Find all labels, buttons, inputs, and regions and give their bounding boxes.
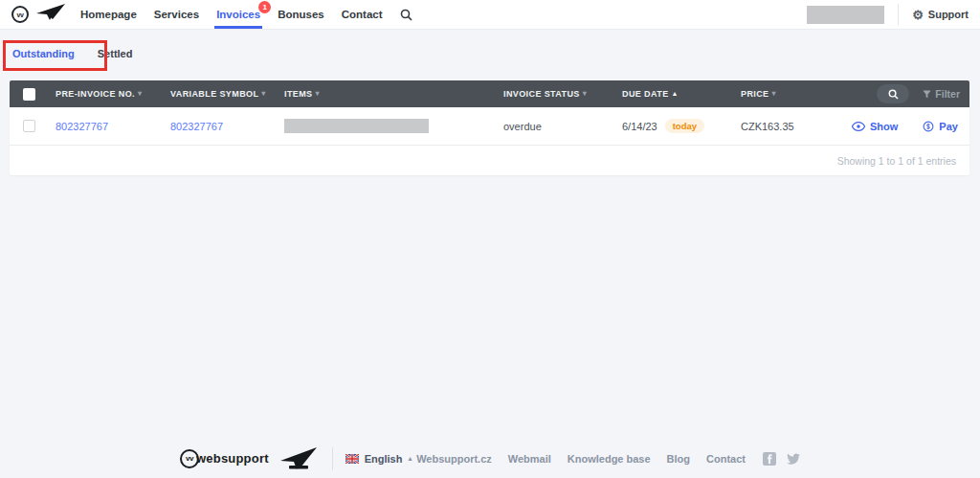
paper-plane-logo[interactable] (36, 4, 65, 25)
nav-item-services[interactable]: Services (152, 0, 201, 29)
filter-button[interactable]: Filter (923, 88, 960, 100)
table-header-row: Pre-invoice no.▾ Variable symbol▾ Items▾… (10, 80, 969, 107)
footer-link-blog[interactable]: Blog (667, 453, 690, 465)
footer-links: Websupport.cz Webmail Knowledge base Blo… (416, 453, 746, 465)
cell-invoice-status: overdue (496, 121, 614, 132)
twitter-icon[interactable] (786, 452, 800, 465)
active-nav-underline (214, 26, 262, 29)
cell-items (277, 119, 496, 133)
facebook-icon[interactable] (763, 452, 776, 466)
table-footer: Showing 1 to 1 of 1 entries (10, 146, 969, 175)
invoice-tabs-section: Outstanding Settled (0, 30, 980, 70)
header-actions-cell: Filter (844, 84, 969, 103)
header-checkbox-cell (10, 88, 48, 101)
row-actions-cell: Show Pay (844, 121, 980, 132)
column-header-invoice-status[interactable]: Invoice status▾ (496, 89, 614, 99)
gear-icon: ⚙ (912, 9, 924, 21)
select-all-checkbox[interactable] (23, 88, 35, 101)
sort-icon: ▾ (261, 89, 265, 98)
tab-outstanding[interactable]: Outstanding (12, 48, 75, 70)
footer-link-websupport-cz[interactable]: Websupport.cz (416, 453, 492, 465)
due-date-value: 6/14/23 (622, 121, 657, 132)
pay-button[interactable]: Pay (923, 121, 958, 132)
sort-icon: ▾ (583, 89, 587, 98)
nav-item-invoices[interactable]: Invoices 1 (214, 0, 262, 29)
column-header-due-date[interactable]: Due date▲ (614, 89, 733, 99)
top-navigation-bar: vv Homepage Services Invoices 1 Bonuses … (0, 0, 980, 30)
row-checkbox[interactable] (23, 120, 35, 132)
support-button[interactable]: ⚙ Support (912, 9, 969, 21)
cell-pre-invoice-no: 802327767 (48, 121, 163, 132)
footer-websupport-logo[interactable]: vv websupport (180, 449, 269, 468)
websupport-logo-text: websupport (196, 451, 269, 466)
cell-price: CZK163.35 (733, 121, 844, 132)
tab-settled[interactable]: Settled (98, 48, 133, 70)
sort-icon: ▾ (316, 89, 320, 98)
main-menu: Homepage Services Invoices 1 Bonuses Con… (78, 0, 385, 29)
items-redacted-box (284, 119, 429, 133)
invoices-count-badge: 1 (258, 1, 271, 13)
divider (898, 4, 899, 25)
sort-ascending-icon: ▲ (672, 90, 679, 97)
nav-item-homepage[interactable]: Homepage (78, 0, 139, 29)
websupport-circle-logo[interactable]: vv (11, 6, 29, 23)
sort-icon: ▾ (772, 89, 776, 98)
column-header-variable-symbol[interactable]: Variable symbol▾ (163, 89, 277, 99)
uk-flag-icon (345, 454, 359, 464)
cell-variable-symbol: 802327767 (163, 121, 277, 132)
footer-link-webmail[interactable]: Webmail (508, 453, 551, 465)
column-header-price[interactable]: Price▾ (733, 89, 844, 99)
divider (332, 447, 333, 470)
footer-link-contact[interactable]: Contact (706, 453, 746, 465)
show-button[interactable]: Show (852, 121, 898, 132)
language-selector[interactable]: English ▴ (345, 453, 412, 465)
invoice-table-row: 802327767 802327767 overdue 6/14/23 toda… (10, 107, 969, 146)
funnel-icon (923, 90, 931, 99)
topnav-right-group: ⚙ Support (807, 4, 969, 25)
pay-coin-icon (923, 121, 934, 132)
variable-symbol-link[interactable]: 802327767 (170, 121, 223, 132)
entries-summary: Showing 1 to 1 of 1 entries (837, 155, 956, 167)
row-checkbox-cell (10, 120, 48, 132)
column-header-items[interactable]: Items▾ (277, 89, 496, 99)
footer-link-knowledge-base[interactable]: Knowledge base (568, 453, 651, 465)
pre-invoice-link[interactable]: 802327767 (56, 121, 108, 132)
today-badge: today (665, 119, 704, 133)
footer-paper-plane-logo[interactable] (280, 447, 317, 470)
cell-due-date: 6/14/23 today (614, 119, 733, 133)
chevron-up-icon: ▴ (408, 454, 412, 463)
nav-item-contact[interactable]: Contact (340, 0, 385, 29)
table-search-button[interactable] (877, 84, 909, 103)
social-icons (763, 452, 800, 466)
nav-item-bonuses[interactable]: Bonuses (276, 0, 326, 29)
eye-icon (852, 122, 865, 131)
invoices-table-card: Pre-invoice no.▾ Variable symbol▾ Items▾… (10, 80, 969, 175)
account-name-redacted[interactable] (807, 6, 884, 24)
page-footer: vv websupport English ▴ Websupport.cz We… (0, 439, 980, 478)
invoice-tabs: Outstanding Settled (12, 48, 968, 70)
search-icon[interactable] (400, 9, 412, 21)
column-header-pre-invoice-no[interactable]: Pre-invoice no.▾ (48, 89, 163, 99)
sort-icon: ▾ (138, 89, 142, 98)
